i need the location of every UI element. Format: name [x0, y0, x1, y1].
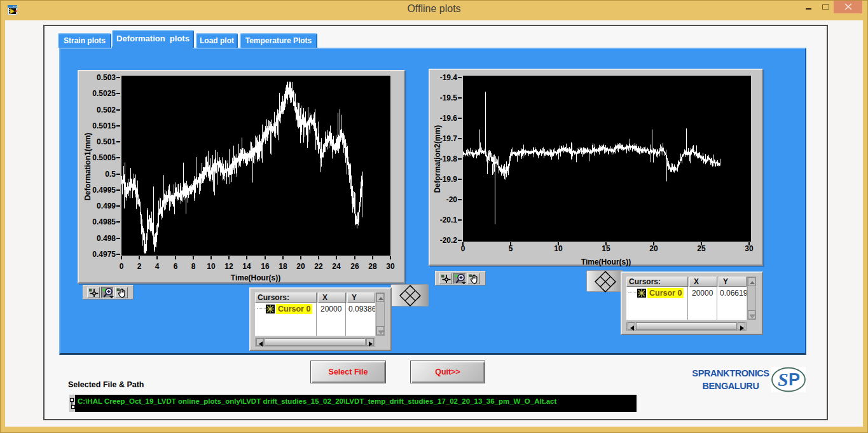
svg-text:P: P — [789, 370, 800, 389]
svg-text:S: S — [778, 369, 789, 390]
